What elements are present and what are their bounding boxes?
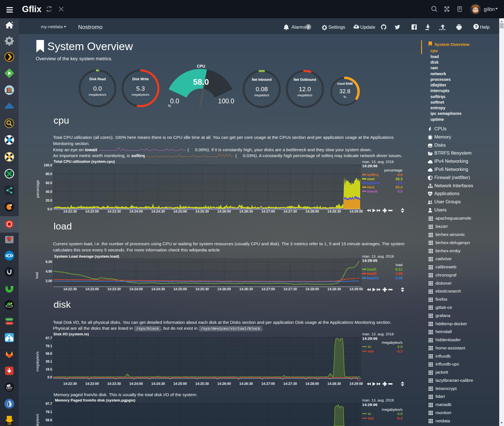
svg-text:in: in [368, 412, 371, 416]
svg-text:sab: sab [7, 422, 12, 425]
svg-text:megabytes/s: megabytes/s [36, 414, 39, 426]
svg-text:gilbn: gilbn [484, 6, 495, 12]
svg-text:97.7: 97.7 [46, 402, 52, 406]
svg-text:out: out [368, 416, 374, 420]
svg-text:?: ? [475, 24, 477, 29]
svg-text:megabytes/s: megabytes/s [382, 407, 403, 412]
svg-text:librarian: librarian [7, 389, 12, 391]
svg-text:-5.2: -5.2 [396, 416, 403, 420]
svg-text:Help: Help [480, 24, 490, 30]
svg-text:58.6: 58.6 [46, 418, 52, 422]
svg-text:man. 13. aug. 2018: man. 13. aug. 2018 [362, 398, 394, 402]
svg-text:14:29:06: 14:29:06 [362, 403, 378, 407]
svg-text:Memory Paged from/to disk (sys: Memory Paged from/to disk (system.pgpgio… [55, 398, 135, 402]
svg-text:78.1: 78.1 [46, 410, 52, 414]
svg-text:Online: Online [7, 319, 12, 320]
svg-text:0.0: 0.0 [397, 412, 403, 416]
svg-text:Offline: Offline [7, 323, 12, 324]
svg-text:LAZY: LAZY [6, 387, 13, 389]
